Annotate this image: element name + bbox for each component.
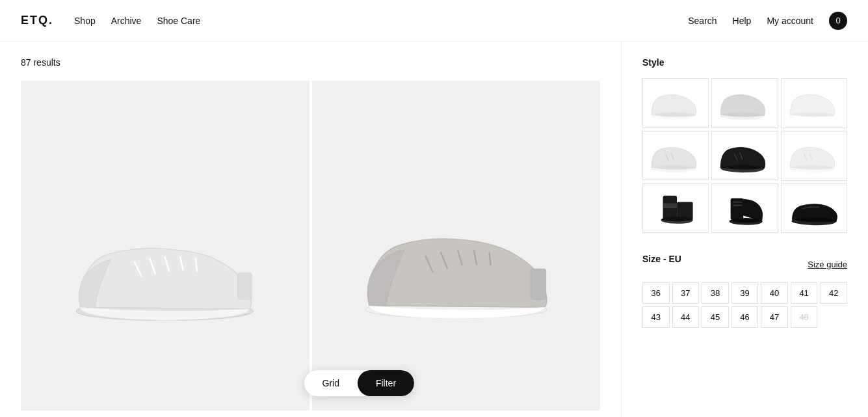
size-guide-link[interactable]: Size guide <box>808 260 847 269</box>
style-option[interactable] <box>642 183 709 234</box>
style-option[interactable] <box>711 183 778 234</box>
product-card[interactable] <box>21 81 309 410</box>
style-filter-section: Style <box>642 57 847 233</box>
style-option[interactable] <box>781 78 847 128</box>
style-option[interactable] <box>711 131 778 181</box>
size-option-48: 48 <box>791 306 818 328</box>
size-option-38[interactable]: 38 <box>702 282 729 304</box>
size-filter-title: Size - EU <box>642 254 681 264</box>
filter-button[interactable]: Filter <box>358 370 414 396</box>
size-option-45[interactable]: 45 <box>702 306 729 328</box>
size-option-41[interactable]: 41 <box>791 282 818 304</box>
results-count: 87 results <box>21 57 600 68</box>
products-area: 87 results <box>0 42 621 417</box>
size-grid: 36 37 38 39 40 41 42 43 44 45 46 47 48 <box>642 282 847 328</box>
style-option[interactable] <box>642 131 709 181</box>
help-link[interactable]: Help <box>733 16 752 26</box>
my-account-link[interactable]: My account <box>767 16 813 26</box>
size-filter-header: Size - EU Size guide <box>642 254 847 275</box>
header-left: ETQ. Shop Archive Shoe Care <box>21 14 200 27</box>
size-option-39[interactable]: 39 <box>731 282 759 304</box>
logo[interactable]: ETQ. <box>21 14 53 27</box>
size-filter-section: Size - EU Size guide 36 37 38 39 40 41 4… <box>642 254 847 328</box>
size-option-43[interactable]: 43 <box>642 306 670 328</box>
header-right: Search Help My account 0 <box>688 12 847 30</box>
svg-rect-6 <box>238 273 252 299</box>
nav-shoe-care[interactable]: Shoe Care <box>157 16 200 26</box>
sidebar-filters: Style <box>621 42 868 417</box>
header: ETQ. Shop Archive Shoe Care Search Help … <box>0 0 868 42</box>
svg-rect-29 <box>663 203 677 208</box>
product-image <box>312 81 601 410</box>
size-option-42[interactable]: 42 <box>820 282 847 304</box>
style-grid <box>642 78 847 233</box>
style-option[interactable] <box>781 131 847 181</box>
size-option-36[interactable]: 36 <box>642 282 670 304</box>
cart-button[interactable]: 0 <box>829 12 847 30</box>
nav-shop[interactable]: Shop <box>74 16 96 26</box>
search-link[interactable]: Search <box>688 16 717 26</box>
products-grid <box>21 81 600 410</box>
svg-rect-13 <box>531 269 546 299</box>
size-option-47[interactable]: 47 <box>761 306 788 328</box>
main-nav: Shop Archive Shoe Care <box>74 16 200 26</box>
product-card[interactable] <box>312 81 601 410</box>
style-option[interactable] <box>642 78 709 128</box>
grid-button[interactable]: Grid <box>304 370 358 396</box>
product-image <box>21 81 309 410</box>
style-option[interactable] <box>781 183 847 234</box>
main-content: 87 results <box>0 42 868 417</box>
nav-archive[interactable]: Archive <box>111 16 142 26</box>
size-option-44[interactable]: 44 <box>672 306 700 328</box>
size-option-40[interactable]: 40 <box>761 282 788 304</box>
size-option-37[interactable]: 37 <box>672 282 700 304</box>
style-filter-title: Style <box>642 57 847 68</box>
bottom-toolbar: Grid Filter <box>304 370 415 396</box>
style-option[interactable] <box>711 78 778 128</box>
size-option-46[interactable]: 46 <box>731 306 759 328</box>
